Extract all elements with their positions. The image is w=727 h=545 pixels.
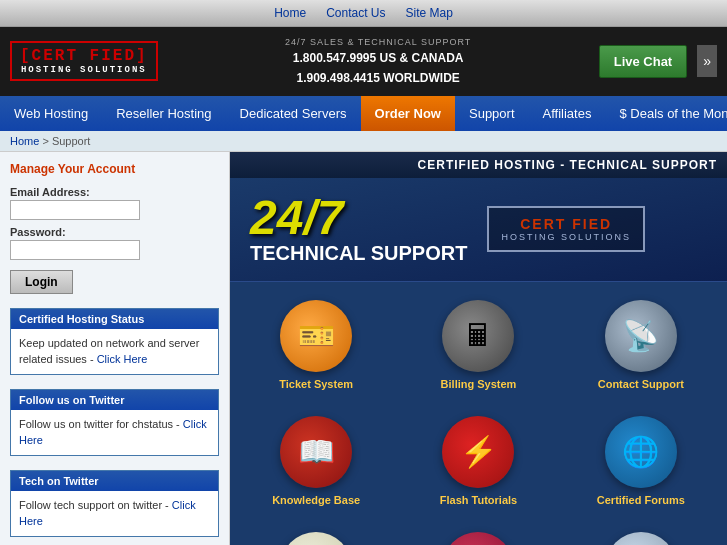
icon-item-blog[interactable]: 📝Certified Blog (240, 524, 392, 545)
support-label: 24/7 SALES & TECHNICAL SUPPORT (168, 35, 589, 49)
password-label: Password: (10, 226, 219, 238)
icon-item-knowledge[interactable]: 📖Knowledge Base (240, 408, 392, 514)
nav-web-hosting[interactable]: Web Hosting (0, 96, 102, 131)
icon-item-flash[interactable]: ⚡Flash Tutorials (402, 408, 554, 514)
nav-affiliates[interactable]: Affiliates (529, 96, 606, 131)
forums-icon: 🌐 (605, 416, 677, 488)
icon-item-forums[interactable]: 🌐Certified Forums (565, 408, 717, 514)
flash-label: Flash Tutorials (440, 494, 517, 506)
email-label: Email Address: (10, 186, 219, 198)
twitter-body: Follow us on twitter for chstatus - Clic… (11, 410, 218, 455)
status-header: Certified Hosting Status (11, 309, 218, 329)
billing-label: Billing System (441, 378, 517, 390)
top-nav-sitemap[interactable]: Site Map (406, 6, 453, 20)
flash-icon: ⚡ (442, 416, 514, 488)
email-input[interactable] (10, 200, 140, 220)
banner-logo: CERT FIED HOSTING SOLUTIONS (487, 206, 645, 252)
icon-item-addons[interactable]: ➕Extra Addons (402, 524, 554, 545)
forums-label: Certified Forums (597, 494, 685, 506)
main-navigation: Web Hosting Reseller Hosting Dedicated S… (0, 96, 727, 131)
login-button[interactable]: Login (10, 270, 73, 294)
chat-arrow-icon[interactable]: » (697, 45, 717, 77)
banner-subtext: TECHNICAL SUPPORT (250, 242, 467, 265)
top-navigation: Home Contact Us Site Map (0, 0, 727, 27)
top-nav-home[interactable]: Home (274, 6, 306, 20)
sidebar: Manage Your Account Email Address: Passw… (0, 152, 230, 545)
tech-section: Tech on Twitter Follow tech support on t… (10, 470, 219, 537)
breadcrumb-separator: > (42, 135, 51, 147)
twitter-section: Follow us on Twitter Follow us on twitte… (10, 389, 219, 456)
tech-text: Follow tech support on twitter - (19, 499, 169, 511)
breadcrumb: Home > Support (0, 131, 727, 152)
tech-body: Follow tech support on twitter - Click H… (11, 491, 218, 536)
account-title: Manage Your Account (10, 162, 219, 176)
logo-text: [CERT FIED] (20, 47, 148, 65)
support-banner: 24/7 TECHNICAL SUPPORT CERT FIED HOSTING… (230, 178, 727, 282)
twitter-text: Follow us on twitter for chstatus - (19, 418, 180, 430)
icon-item-ticket[interactable]: 🎫Ticket System (240, 292, 392, 398)
breadcrumb-current: Support (52, 135, 91, 147)
tech-header: Tech on Twitter (11, 471, 218, 491)
nav-support[interactable]: Support (455, 96, 529, 131)
logo[interactable]: [CERT FIED] HOSTING SOLUTIONS (10, 41, 158, 81)
password-input[interactable] (10, 240, 140, 260)
nav-dedicated-servers[interactable]: Dedicated Servers (226, 96, 361, 131)
twitter-header: Follow us on Twitter (11, 390, 218, 410)
status-body: Keep updated on network and server relat… (11, 329, 218, 374)
top-nav-contact[interactable]: Contact Us (326, 6, 385, 20)
banner-logo-title: CERT FIED (501, 216, 631, 232)
support-icons-grid: 🎫Ticket System🖩Billing System📡Contact Su… (230, 282, 727, 545)
icon-item-contact[interactable]: 📡Contact Support (565, 292, 717, 398)
icon-item-billing[interactable]: 🖩Billing System (402, 292, 554, 398)
site-header: [CERT FIED] HOSTING SOLUTIONS 24/7 SALES… (0, 27, 727, 96)
banner-number: 24/7 (250, 194, 467, 242)
logo-subtext: HOSTING SOLUTIONS (20, 65, 148, 75)
contact-icon: 📡 (605, 300, 677, 372)
nav-reseller-hosting[interactable]: Reseller Hosting (102, 96, 225, 131)
live-chat-button[interactable]: Live Chat (599, 45, 688, 78)
knowledge-icon: 📖 (280, 416, 352, 488)
icon-item-protection[interactable]: 🛡Certified Protection (565, 524, 717, 545)
status-section: Certified Hosting Status Keep updated on… (10, 308, 219, 375)
ticket-icon: 🎫 (280, 300, 352, 372)
billing-icon: 🖩 (442, 300, 514, 372)
ticket-label: Ticket System (279, 378, 353, 390)
contact-info: 24/7 SALES & TECHNICAL SUPPORT 1.800.547… (168, 35, 589, 88)
banner-247: 24/7 TECHNICAL SUPPORT (250, 194, 467, 265)
page-content: Manage Your Account Email Address: Passw… (0, 152, 727, 545)
knowledge-label: Knowledge Base (272, 494, 360, 506)
addons-icon: ➕ (442, 532, 514, 545)
contact-label: Contact Support (598, 378, 684, 390)
main-content: CERTIFIED HOSTING - TECHNICAL SUPPORT 24… (230, 152, 727, 545)
status-link[interactable]: Click Here (97, 353, 148, 365)
banner-logo-sub: HOSTING SOLUTIONS (501, 232, 631, 242)
blog-icon: 📝 (280, 532, 352, 545)
nav-order-now[interactable]: Order Now (361, 96, 455, 131)
support-header: CERTIFIED HOSTING - TECHNICAL SUPPORT (230, 152, 727, 178)
phone-world: 1.909.498.4415 WORLDWIDE (168, 69, 589, 88)
protection-icon: 🛡 (605, 532, 677, 545)
nav-deals[interactable]: $ Deals of the Month (605, 96, 727, 131)
breadcrumb-home[interactable]: Home (10, 135, 39, 147)
phone-us: 1.800.547.9995 US & CANADA (168, 49, 589, 68)
